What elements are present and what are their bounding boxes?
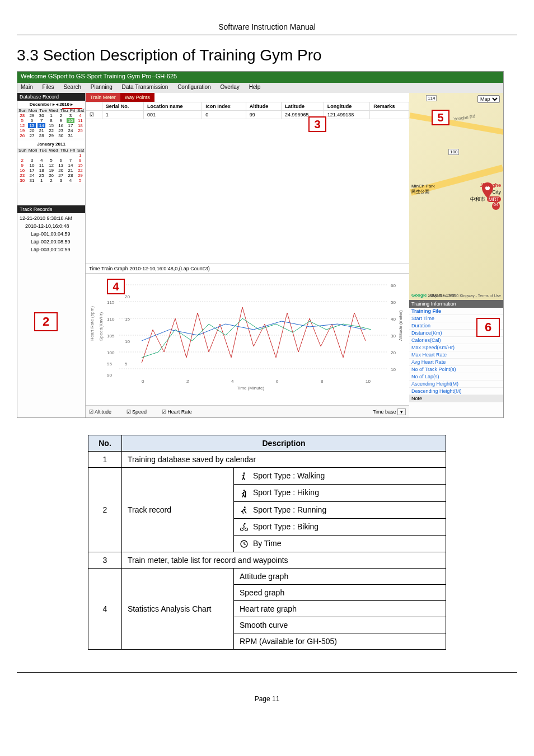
cal-day[interactable]: 31 <box>28 178 36 183</box>
cal-day[interactable]: 29 <box>76 173 84 178</box>
cal-day[interactable]: 13 <box>57 163 65 168</box>
cal-day[interactable]: 5 <box>18 118 26 123</box>
cal-day[interactable]: 27 <box>57 173 65 178</box>
cal-day[interactable]: 4 <box>38 158 45 163</box>
cal-day[interactable]: 18 <box>38 168 45 173</box>
cal-day[interactable]: 31 <box>67 133 74 138</box>
td-check[interactable]: ☑ <box>86 111 102 119</box>
cal-day[interactable]: 4 <box>76 113 84 118</box>
cal-day[interactable]: 30 <box>38 113 45 118</box>
menu-overlay[interactable]: Overlay <box>220 84 239 90</box>
waypoint-table[interactable]: Serial No. Location name Icon Index Alti… <box>86 102 409 119</box>
graph-area[interactable]: 120 115 110 105 100 95 90 20 15 10 5 60 … <box>86 274 409 391</box>
cal-day[interactable]: 30 <box>18 178 26 183</box>
cal-day[interactable]: 15 <box>76 163 84 168</box>
cal-day[interactable]: 25 <box>76 128 84 133</box>
cal-day[interactable]: 3 <box>67 113 74 118</box>
cal-day[interactable]: 20 <box>28 128 36 133</box>
cal-day[interactable]: 11 <box>38 163 45 168</box>
cal-day[interactable]: 12 <box>18 123 26 128</box>
cal-day[interactable] <box>28 153 36 158</box>
cal-day[interactable]: 5 <box>76 178 84 183</box>
cal-day[interactable]: 6 <box>28 118 36 123</box>
calendar-jan[interactable]: January 2011 Sun Mon Tue Wed Thu Fri Sat… <box>17 140 85 183</box>
tree-lap[interactable]: Lap-001,00:04:59 <box>20 230 83 238</box>
cal-day[interactable]: 30 <box>57 133 65 138</box>
map-type-dropdown[interactable]: Map <box>477 95 500 103</box>
map-view[interactable]: Map 114 100 64 Jhonghe City 中和市 MRT MinC… <box>409 93 503 300</box>
cal-day[interactable]: 2 <box>18 158 26 163</box>
cal-day[interactable]: 2 <box>47 178 55 183</box>
cal-day[interactable]: 16 <box>57 123 65 128</box>
cal-day[interactable]: 27 <box>28 133 36 138</box>
cal-day[interactable]: 8 <box>47 118 55 123</box>
menu-configuration[interactable]: Configuration <box>177 84 210 90</box>
cal-day[interactable]: 10 <box>67 118 74 123</box>
menu-files[interactable]: Files <box>42 84 54 90</box>
cal-day[interactable]: 28 <box>67 173 74 178</box>
tree-sub[interactable]: 2010-12-10,16:0:48 <box>20 222 83 230</box>
tab-train-meter[interactable]: Train Meter <box>86 93 120 102</box>
cal-day[interactable]: 17 <box>28 168 36 173</box>
legend-altitude[interactable]: ☑ Altitude <box>89 409 118 415</box>
tree-root[interactable]: 12-21-2010 9:38:18 AM <box>20 214 83 222</box>
cal-day[interactable]: 8 <box>76 158 84 163</box>
cal-day[interactable] <box>67 153 74 158</box>
cal-day[interactable]: 29 <box>47 133 55 138</box>
cal-day[interactable]: 23 <box>18 173 26 178</box>
cal-day[interactable]: 20 <box>57 168 65 173</box>
menu-help[interactable]: Help <box>249 84 261 90</box>
cal-day[interactable]: 3 <box>28 158 36 163</box>
cal-day[interactable] <box>47 153 55 158</box>
cal-day[interactable]: 17 <box>67 123 74 128</box>
calendar-dec[interactable]: December ▸ ◂ 2010 ▸ Sun Mon Tue Wed Thu … <box>17 101 85 138</box>
cal-day[interactable]: 23 <box>57 128 65 133</box>
cal-day[interactable]: 4 <box>67 178 74 183</box>
cal-day[interactable]: 6 <box>57 158 65 163</box>
cal-day[interactable]: 19 <box>18 128 26 133</box>
calendar-jan-title[interactable]: January 2011 <box>17 140 85 148</box>
cal-day[interactable]: 26 <box>47 173 55 178</box>
cal-day[interactable]: 7 <box>38 118 45 123</box>
cal-day[interactable]: 11 <box>76 118 84 123</box>
training-note[interactable]: Note <box>409 395 503 402</box>
cal-day[interactable] <box>57 153 65 158</box>
menu-bar[interactable]: Main Files Search Planning Data Transmis… <box>17 83 503 93</box>
cal-day[interactable]: 5 <box>47 158 55 163</box>
cal-day[interactable]: 3 <box>57 178 65 183</box>
cal-day[interactable]: 9 <box>57 118 65 123</box>
cal-day[interactable]: 9 <box>18 163 26 168</box>
cal-day[interactable]: 14 <box>67 163 74 168</box>
cal-day[interactable]: 16 <box>18 168 26 173</box>
cal-day[interactable] <box>38 153 45 158</box>
cal-day[interactable]: 1 <box>47 113 55 118</box>
cal-day[interactable]: 21 <box>38 128 45 133</box>
cal-day[interactable]: 13 <box>28 123 36 128</box>
menu-planning[interactable]: Planning <box>91 84 113 90</box>
cal-day[interactable]: 10 <box>28 163 36 168</box>
tab-way-points[interactable]: Way Points <box>120 93 154 102</box>
cal-day[interactable]: 25 <box>38 173 45 178</box>
time-base-toggle[interactable]: Time base <box>373 409 396 415</box>
track-tree[interactable]: 12-21-2010 9:38:18 AM 2010-12-10,16:0:48… <box>17 213 85 255</box>
calendar-dec-title[interactable]: December ▸ ◂ 2010 ▸ <box>17 101 85 108</box>
cal-day[interactable]: 18 <box>76 123 84 128</box>
cal-day[interactable]: 19 <box>47 168 55 173</box>
menu-main[interactable]: Main <box>21 84 33 90</box>
cal-day[interactable]: 28 <box>38 133 45 138</box>
tree-lap[interactable]: Lap-002,00:08:59 <box>20 238 83 246</box>
time-base-dropdown[interactable]: ▾ <box>397 408 406 415</box>
cal-day[interactable]: 2 <box>57 113 65 118</box>
cal-day[interactable]: 12 <box>47 163 55 168</box>
cal-day[interactable]: 29 <box>28 113 36 118</box>
cal-day[interactable]: 26 <box>18 133 26 138</box>
menu-search[interactable]: Search <box>63 84 81 90</box>
cal-day[interactable]: 22 <box>47 128 55 133</box>
cal-day[interactable]: 15 <box>47 123 55 128</box>
menu-data-transmission[interactable]: Data Transmission <box>122 84 168 90</box>
cal-day[interactable]: 22 <box>76 168 84 173</box>
cal-day[interactable]: 1 <box>76 153 84 158</box>
legend-hr[interactable]: ☑ Heart Rate <box>162 409 199 415</box>
cal-day[interactable]: 14 <box>38 123 45 128</box>
cal-day[interactable]: 21 <box>67 168 74 173</box>
